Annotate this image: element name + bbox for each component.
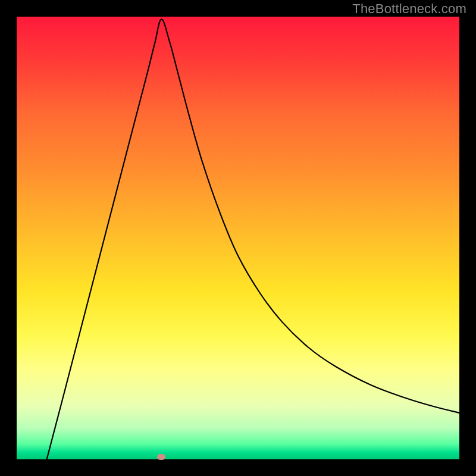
plot-area xyxy=(17,17,459,459)
plot-frame xyxy=(17,17,459,459)
optimum-marker xyxy=(157,454,165,460)
bottleneck-curve xyxy=(47,19,459,459)
curve-layer xyxy=(17,17,459,459)
watermark-text: TheBottleneck.com xyxy=(352,1,466,17)
chart-root: TheBottleneck.com xyxy=(0,0,476,476)
